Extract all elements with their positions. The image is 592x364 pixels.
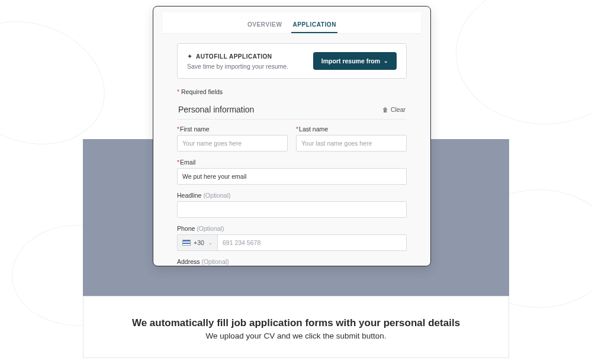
tab-overview[interactable]: OVERVIEW xyxy=(246,17,284,33)
phone-country-select[interactable]: +30 ⌄ xyxy=(177,234,217,251)
chevron-down-icon: ⌄ xyxy=(384,58,388,64)
section-title: Personal information xyxy=(178,105,254,114)
required-note: * Required fields xyxy=(177,88,407,95)
flag-icon xyxy=(182,240,191,246)
import-resume-label: Import resume from xyxy=(321,57,380,65)
phone-input[interactable] xyxy=(217,234,407,251)
tab-bar: OVERVIEW APPLICATION xyxy=(163,12,421,34)
email-input[interactable] xyxy=(177,168,407,185)
autofill-subtitle: Save time by importing your resume. xyxy=(187,63,288,70)
autofill-box: ✦ AUTOFILL APPLICATION Save time by impo… xyxy=(177,43,407,79)
email-label: Email xyxy=(180,159,195,166)
phone-label: Phone xyxy=(177,225,195,232)
headline-label: Headline xyxy=(177,192,201,199)
first-name-label: First name xyxy=(180,125,210,133)
application-card: OVERVIEW APPLICATION ✦ AUTOFILL APPLICAT… xyxy=(153,6,431,266)
trash-icon: 🗑 xyxy=(382,107,388,113)
import-resume-button[interactable]: Import resume from ⌄ xyxy=(313,52,397,70)
address-label: Address xyxy=(177,258,200,265)
first-name-input[interactable] xyxy=(177,135,288,152)
promo-headline: We automatically fill job application fo… xyxy=(132,317,460,329)
bolt-icon: ✦ xyxy=(187,53,192,60)
autofill-title: AUTOFILL APPLICATION xyxy=(196,53,272,60)
tab-application[interactable]: APPLICATION xyxy=(291,17,337,33)
last-name-input[interactable] xyxy=(296,135,407,152)
last-name-label: Last name xyxy=(299,125,328,133)
chevron-down-icon: ⌄ xyxy=(208,240,213,246)
clear-button[interactable]: 🗑 Clear xyxy=(382,106,406,113)
headline-input[interactable] xyxy=(177,201,407,218)
promo-panel: We automatically fill job application fo… xyxy=(83,296,509,358)
promo-sub: We upload your CV and we click the submi… xyxy=(205,331,386,340)
phone-country-code: +30 xyxy=(194,239,204,246)
